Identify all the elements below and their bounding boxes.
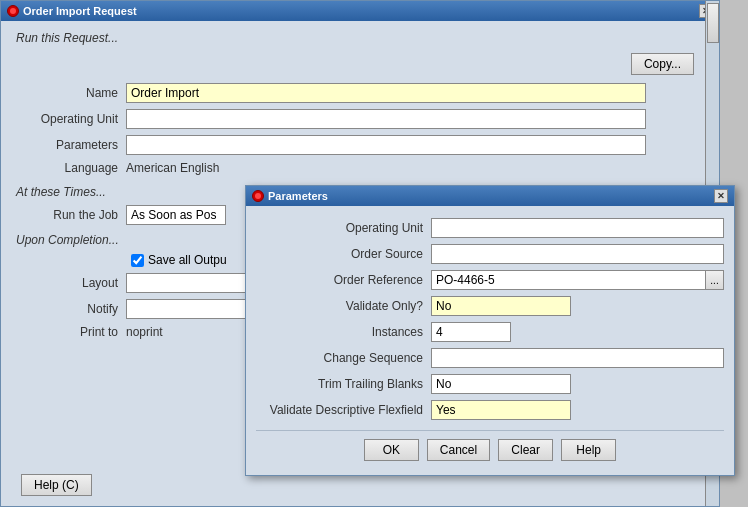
save-all-output-label: Save all Outpu [148, 253, 227, 267]
name-input[interactable] [126, 83, 646, 103]
params-order-source-input[interactable] [431, 244, 724, 264]
params-validate-only-row: Validate Only? [256, 296, 724, 316]
params-title-left: Parameters [252, 190, 328, 202]
params-close-button[interactable]: ✕ [714, 189, 728, 203]
title-bar-left: Order Import Request [7, 5, 137, 17]
language-value: American English [126, 161, 219, 175]
print-to-value: noprint [126, 325, 163, 339]
params-help-button[interactable]: Help [561, 439, 616, 461]
layout-label: Layout [16, 276, 126, 290]
params-order-reference-input[interactable] [431, 270, 706, 290]
copy-button[interactable]: Copy... [631, 53, 694, 75]
copy-btn-row: Copy... [16, 53, 704, 75]
print-to-label: Print to [16, 325, 126, 339]
app-icon [7, 5, 19, 17]
help-button[interactable]: Help (C) [21, 474, 92, 496]
params-instances-row: Instances [256, 322, 724, 342]
language-row: Language American English [16, 161, 704, 175]
params-operating-unit-label: Operating Unit [256, 221, 431, 235]
params-validate-descriptive-label: Validate Descriptive Flexfield [256, 403, 431, 417]
cancel-button[interactable]: Cancel [427, 439, 490, 461]
run-job-input[interactable] [126, 205, 226, 225]
params-order-reference-label: Order Reference [256, 273, 431, 287]
operating-unit-label: Operating Unit [16, 112, 126, 126]
order-reference-ellipsis-button[interactable]: ... [706, 270, 724, 290]
params-dialog-title: Parameters [268, 190, 328, 202]
main-title-bar: Order Import Request ✕ [1, 1, 719, 21]
params-operating-unit-row: Operating Unit [256, 218, 724, 238]
params-trim-trailing-input[interactable] [431, 374, 571, 394]
main-window-title: Order Import Request [23, 5, 137, 17]
ok-button[interactable]: OK [364, 439, 419, 461]
parameters-input[interactable] [126, 135, 646, 155]
params-app-icon [252, 190, 264, 202]
params-validate-only-input[interactable] [431, 296, 571, 316]
scrollbar-thumb[interactable] [707, 3, 719, 43]
name-row: Name [16, 83, 704, 103]
params-instances-label: Instances [256, 325, 431, 339]
params-trim-trailing-row: Trim Trailing Blanks [256, 374, 724, 394]
params-order-reference-row: Order Reference ... [256, 270, 724, 290]
params-change-sequence-input[interactable] [431, 348, 724, 368]
params-order-source-label: Order Source [256, 247, 431, 261]
parameters-dialog: Parameters ✕ Operating Unit Order Source… [245, 185, 735, 476]
params-change-sequence-row: Change Sequence [256, 348, 724, 368]
parameters-label: Parameters [16, 138, 126, 152]
params-order-reference-input-group: ... [431, 270, 724, 290]
params-validate-descriptive-row: Validate Descriptive Flexfield [256, 400, 724, 420]
params-order-source-row: Order Source [256, 244, 724, 264]
notify-label: Notify [16, 302, 126, 316]
clear-button[interactable]: Clear [498, 439, 553, 461]
run-job-label: Run the Job [16, 208, 126, 222]
params-change-sequence-label: Change Sequence [256, 351, 431, 365]
parameters-row: Parameters [16, 135, 704, 155]
run-this-request-label: Run this Request... [16, 31, 704, 45]
params-validate-descriptive-input[interactable] [431, 400, 571, 420]
params-trim-trailing-label: Trim Trailing Blanks [256, 377, 431, 391]
language-label: Language [16, 161, 126, 175]
save-all-output-checkbox[interactable] [131, 254, 144, 267]
operating-unit-row: Operating Unit [16, 109, 704, 129]
params-operating-unit-input[interactable] [431, 218, 724, 238]
params-button-bar: OK Cancel Clear Help [256, 430, 724, 465]
name-label: Name [16, 86, 126, 100]
params-content: Operating Unit Order Source Order Refere… [246, 206, 734, 475]
params-validate-only-label: Validate Only? [256, 299, 431, 313]
params-title-bar: Parameters ✕ [246, 186, 734, 206]
operating-unit-input[interactable] [126, 109, 646, 129]
params-instances-input[interactable] [431, 322, 511, 342]
